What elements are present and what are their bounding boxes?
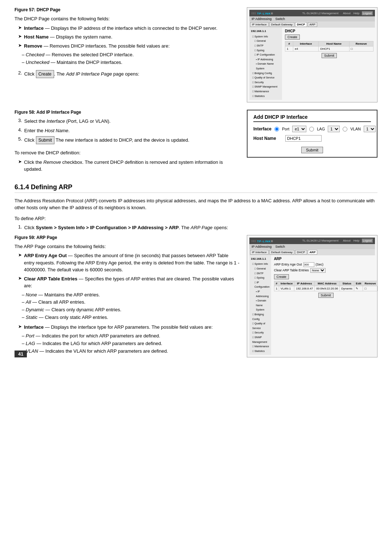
mock-tab-arp[interactable]: ARP xyxy=(308,22,317,27)
hostname-input[interactable] xyxy=(285,135,322,142)
sub-port: – Port — Indicates the port for which AR… xyxy=(22,332,240,340)
mock-submit-area: Submit xyxy=(285,53,373,58)
mock-tab-gateway[interactable]: Default Gateway xyxy=(269,22,294,27)
create-button[interactable]: Create xyxy=(36,70,54,78)
arp-mock-logout[interactable]: Logout xyxy=(362,239,373,243)
age-out-label: ARP Entry Age Out xyxy=(274,263,302,266)
arp-section-title: ARP xyxy=(274,257,378,261)
mock-section-title: DHCP xyxy=(285,29,373,33)
sub-lag: – LAG — Indicates the LAG for which ARP … xyxy=(22,340,240,348)
arp-mock-ip: 192.168.1.1 xyxy=(251,257,270,262)
port-select[interactable]: e1 xyxy=(292,126,306,132)
clear-arp-sub: – None — Maintains the ARP entries. – Al… xyxy=(15,291,240,321)
lag-radio[interactable] xyxy=(309,127,314,131)
hostname-field-row: Host Name xyxy=(253,135,371,142)
sub-all: – All — Clears all ARP entries. xyxy=(22,299,240,306)
arp-tab-gateway[interactable]: Default Gateway xyxy=(269,250,294,255)
mock-switch: Switch xyxy=(275,17,285,21)
bullet-remove-checkbox: ➤ Click the Remove checkbox. The current… xyxy=(15,159,240,173)
col-num: # xyxy=(285,41,293,46)
arrow-icon: ➤ xyxy=(18,43,22,48)
bullet-arp-interface-text: Interface — Displays the interface type … xyxy=(24,324,240,331)
mock-help[interactable]: Help xyxy=(354,12,359,15)
bullet-clear-arp: ➤ Clear ARP Table Entries — Specifies th… xyxy=(15,275,240,289)
mock-sidebar-items: □ System Info □ General □ SNTP □ Syslog … xyxy=(251,35,281,98)
step-4: 4. Enter the Host Name. xyxy=(15,127,240,134)
bullet-arp-interface: ➤ Interface — Displays the interface typ… xyxy=(15,324,240,331)
remove-intro: To remove the DHCP definition: xyxy=(15,149,240,157)
mock-nav: IP Addressing Switch xyxy=(249,16,375,21)
mock-main-area: DHCP Create # Interface Host Name Remove xyxy=(283,28,375,100)
table-row: 1 e4 DHCP1 □ xyxy=(285,46,373,52)
col-interface: Interface xyxy=(293,41,319,46)
mock-ip: 192.168.1.1 xyxy=(251,29,281,34)
arp-table-row: 1 VLAN-1 192.168.8.47 00:0fe9:22:20:36 D… xyxy=(274,286,377,291)
step-2: 2. Click Create. The Add IP Interface Pa… xyxy=(15,70,240,78)
arp-mock-main-area: ARP ARP Entry Age Out (Sec) Clear ARP Ta… xyxy=(273,255,379,355)
add-dhcp-submit-btn[interactable]: Submit xyxy=(301,147,323,153)
figure-59-caption: Figure 59: ARP Page xyxy=(15,235,240,240)
section-614-heading: 6.1.4 Defining ARP xyxy=(15,183,377,193)
sub-bullet-unchecked: – Unchecked — Maintains the DHCP interfa… xyxy=(22,59,240,66)
col-hostname: Host Name xyxy=(319,41,349,46)
arp-tab-arp[interactable]: ARP xyxy=(308,250,318,255)
arp-mock-header: ∷∷ TP-LINK® TL-SL3428 L2 Management Abou… xyxy=(249,238,375,244)
tp-link-logo: ∷∷ TP-LINK® xyxy=(252,11,273,15)
mock-tab-ipinterface[interactable]: IP Interface xyxy=(250,22,269,27)
arrow-icon: ➤ xyxy=(18,25,22,30)
lag-label: LAG xyxy=(317,127,325,131)
arp-table: # Interface IP Address MAC Address Statu… xyxy=(274,281,378,291)
figure-59-intro: The ARP Page contains the following fiel… xyxy=(15,243,240,250)
mock-header: ∷∷ TP-LINK® TL-SL3428 L2 Management Abou… xyxy=(249,10,375,16)
dhcp-panel-title: Add DHCP IP Interface xyxy=(253,114,371,122)
arp-tp-link-logo: ∷∷ TP-LINK® xyxy=(252,239,273,243)
mock-logout[interactable]: Logout xyxy=(362,11,373,15)
arrow-icon: ➤ xyxy=(18,276,22,281)
arp-tab-dhcp[interactable]: DHCP xyxy=(295,250,307,255)
interface-field-row: Interface Port e1 LAG 1 VLAN xyxy=(253,126,371,132)
sub-bullet-checked: – Checked — Removes the selected DHCP in… xyxy=(22,51,240,59)
dhcp-page-mock: ∷∷ TP-LINK® TL-SL3428 L2 Management Abou… xyxy=(247,7,377,102)
arp-mock-sidebar: 192.168.1.1 □ System Info □ General □ SN… xyxy=(249,255,271,355)
age-out-input[interactable] xyxy=(303,262,314,267)
arp-submit-area: Submit xyxy=(274,293,378,298)
arrow-icon: ➤ xyxy=(18,34,22,39)
vlan-radio[interactable] xyxy=(343,127,347,131)
sub-static: – Static — Clears only static ARP entrie… xyxy=(22,314,240,321)
sub-vlan: – VLAN — Indicates the VLAN for which AR… xyxy=(22,348,240,355)
step-3: 3. Select the Interface (Port, LAG or VL… xyxy=(15,118,240,125)
bullet-hostname: ➤ Host Name — Displays the system name. xyxy=(15,33,240,41)
submit-area: Submit xyxy=(253,145,371,153)
arp-sidebar-items: □ System Info □ General □ SNTP □ Syslog … xyxy=(251,262,270,353)
clear-arp-row: Clear ARP Table Entries None xyxy=(274,268,378,273)
bullet-arp-age-out: ➤ ARP Entry Age Out — Specifies the amou… xyxy=(15,252,240,274)
port-label: Port xyxy=(282,127,289,131)
arp-create-btn[interactable]: Create xyxy=(274,274,378,279)
mock-tab-dhcp[interactable]: DHCP xyxy=(295,22,307,27)
figure-57-caption: Figure 57: DHCP Page xyxy=(15,7,240,12)
arrow-icon: ➤ xyxy=(18,252,22,258)
sub-none: – None — Maintains the ARP entries. xyxy=(22,291,240,299)
col-remove: Remove xyxy=(349,41,373,46)
arp-step-1: 1. Click System > System Info > IP Confi… xyxy=(15,224,377,231)
arp-submit-btn[interactable]: Submit xyxy=(318,293,334,298)
arp-page-mock: ∷∷ TP-LINK® TL-SL3428 L2 Management Abou… xyxy=(247,235,377,358)
mock-about[interactable]: About xyxy=(343,12,351,15)
mock-submit-btn[interactable]: Submit xyxy=(322,53,337,58)
bullet-remove-text: Remove — Removes DHCP interfaces. The po… xyxy=(24,42,240,50)
arp-switch: Switch xyxy=(275,245,285,248)
lag-select[interactable]: 1 xyxy=(328,126,340,132)
mock-sidebar: 192.168.1.1 □ System Info □ General □ SN… xyxy=(249,28,282,100)
mock-tab-bar: IP Interface Default Gateway DHCP ARP xyxy=(249,21,375,28)
submit-button[interactable]: Submit xyxy=(36,136,54,144)
page-number: 41 xyxy=(15,351,27,357)
arp-mock-help[interactable]: Help xyxy=(354,239,359,242)
clear-arp-label: Clear ARP Table Entries xyxy=(274,268,309,272)
arp-tab-ipinterface[interactable]: IP Interface xyxy=(250,250,269,255)
mock-create-btn[interactable]: Create xyxy=(285,35,373,40)
vlan-select[interactable]: 1 xyxy=(364,126,376,132)
clear-arp-select[interactable]: None xyxy=(310,268,326,273)
figure-58-caption: Figure 58: Add IP Interface Page xyxy=(15,110,240,115)
arp-mock-about[interactable]: About xyxy=(343,239,351,242)
port-radio[interactable] xyxy=(274,127,279,131)
